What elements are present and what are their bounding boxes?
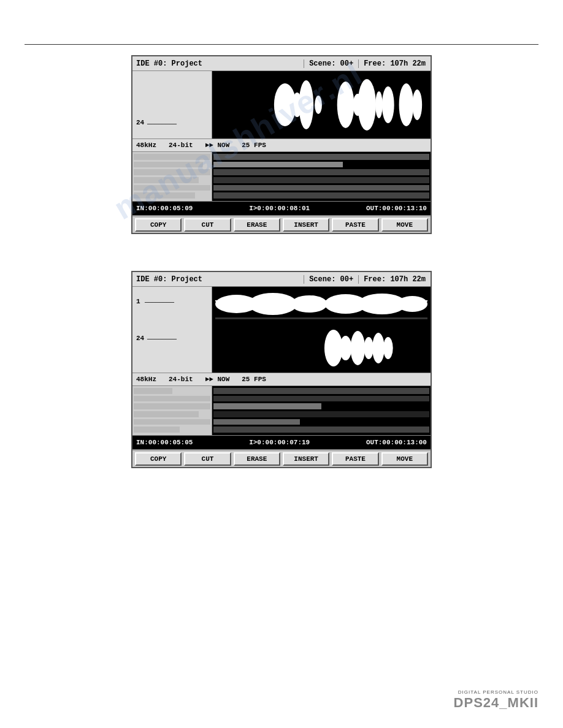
screen1-timecode-bar: IN:00:00:05:09 I>0:00:00:08:01 OUT:00:00… (132, 201, 431, 216)
track-strip (134, 154, 210, 160)
screen1-waveform-svg (212, 71, 431, 138)
screen2-copy-button[interactable]: COPY (135, 452, 182, 466)
screen1-status-bar: 48kHz 24-bit ►► NOW 25 FPS (132, 138, 431, 152)
screen1-timecode-in: IN:00:00:05:09 (136, 205, 193, 212)
svg-point-8 (375, 91, 383, 118)
svg-point-5 (337, 82, 354, 128)
svg-rect-20 (215, 317, 427, 319)
screen1-ide-label: IDE #0: Project (132, 59, 304, 68)
svg-point-4 (315, 96, 322, 114)
screen1-fps: 25 FPS (242, 142, 266, 149)
screen1-track-number: 24 (136, 119, 144, 126)
svg-point-24 (364, 337, 373, 359)
top-rule (25, 44, 538, 45)
track-strip (134, 177, 199, 183)
screen2-erase-button[interactable]: ERASE (234, 452, 280, 466)
track-strip-right (213, 162, 343, 168)
screen2-transport: ►► NOW (205, 376, 230, 383)
screen2-track-number-top: 1 (136, 298, 140, 305)
screen2-track-line-bottom: ———————— (147, 336, 177, 343)
svg-point-10 (399, 83, 414, 126)
screen1-scene-label: Scene: 00+ (304, 59, 359, 68)
track-strip (134, 411, 199, 417)
track-strip (134, 427, 180, 433)
svg-point-19 (397, 296, 427, 312)
track-strip-right (213, 185, 429, 191)
screen2-sample-rate: 48kHz (136, 376, 156, 383)
screen2-move-button[interactable]: MOVE (381, 452, 428, 466)
track-strip (134, 388, 172, 394)
screen2-button-bar: COPY CUT ERASE INSERT PASTE MOVE (132, 450, 431, 467)
screen1-track-list (132, 152, 431, 201)
screen2-track-list-left (132, 386, 212, 435)
screen1-sample-rate: 48kHz (136, 142, 156, 149)
screen1-track-labels: 24 ———————— (132, 71, 212, 138)
track-strip-right (213, 154, 429, 160)
screen2-scene-label: Scene: 00+ (304, 275, 359, 284)
screen1-timecode-now: I>0:00:00:08:01 (249, 205, 310, 212)
screen1-cut-button[interactable]: CUT (184, 218, 231, 232)
svg-point-25 (372, 333, 385, 363)
track-strip (134, 403, 210, 409)
screen1-transport: ►► NOW (205, 142, 230, 149)
track-strip (134, 396, 210, 402)
screen2-fps: 25 FPS (242, 376, 266, 383)
screen2-track-line-top: ———————— (145, 299, 174, 306)
screen2-status-bar: 48kHz 24-bit ►► NOW 25 FPS (132, 373, 431, 386)
track-strip-right (213, 396, 429, 402)
screen1-paste-button[interactable]: PASTE (332, 218, 378, 232)
brand-sub-label: DIGITAL PERSONAL STUDIO (454, 689, 538, 695)
screen2-cut-button[interactable]: CUT (184, 452, 231, 466)
track-strip (134, 169, 210, 175)
screen2-insert-button[interactable]: INSERT (283, 452, 329, 466)
track-strip-right (213, 427, 429, 433)
screen1: IDE #0: Project Scene: 00+ Free: 107h 22… (131, 55, 432, 234)
screen2-free-label: Free: 107h 22m (359, 275, 431, 284)
screen1-button-bar: COPY CUT ERASE INSERT PASTE MOVE (132, 216, 431, 233)
screen1-insert-button[interactable]: INSERT (283, 218, 329, 232)
screen1-track-line: ———————— (147, 121, 177, 127)
screen2-bit-depth: 24-bit (169, 376, 193, 383)
track-strip-right (213, 177, 429, 183)
svg-point-26 (383, 337, 393, 359)
screen1-timecode-out: OUT:00:00:13:10 (366, 205, 427, 212)
screen1-waveform-display (212, 71, 431, 138)
svg-point-9 (382, 86, 394, 123)
screen2-header: IDE #0: Project Scene: 00+ Free: 107h 22… (132, 272, 431, 287)
svg-point-7 (358, 79, 376, 131)
screen1-track-list-left (132, 152, 212, 201)
screen1-free-label: Free: 107h 22m (359, 59, 431, 68)
screen2-waveform-area: 1 ———————— 24 ———————— (132, 287, 431, 373)
screen1-copy-button[interactable]: COPY (135, 218, 182, 232)
track-strip-right (213, 388, 429, 394)
track-strip (134, 162, 203, 168)
svg-point-16 (291, 295, 327, 313)
track-strip-right (213, 419, 300, 425)
screen1-bit-depth: 24-bit (169, 142, 193, 149)
screen2-paste-button[interactable]: PASTE (332, 452, 378, 466)
screen2-track-number-bottom: 24 (136, 335, 144, 342)
track-strip-right (213, 169, 429, 175)
screen2-waveform-display (212, 287, 431, 373)
svg-point-23 (350, 331, 365, 365)
svg-point-15 (248, 293, 297, 315)
screen2-waveform-svg (212, 287, 431, 373)
svg-point-22 (340, 336, 352, 360)
screen2-timecode-out: OUT:00:00:13:00 (366, 439, 427, 446)
track-strip (134, 185, 210, 191)
screen1-waveform-area: 24 ———————— (132, 71, 431, 138)
svg-point-3 (299, 80, 313, 129)
screen1-erase-button[interactable]: ERASE (234, 218, 280, 232)
screen2-timecode-bar: IN:00:00:05:05 I>0:00:00:07:19 OUT:00:00… (132, 435, 431, 450)
track-strip-right (213, 403, 321, 409)
screen1-track-list-right (212, 152, 431, 201)
screen2-track-list-right (212, 386, 431, 435)
track-strip-right (213, 411, 429, 417)
track-strip-right (213, 192, 429, 199)
screen1-move-button[interactable]: MOVE (381, 218, 428, 232)
screen2-timecode-in: IN:00:00:05:05 (136, 439, 193, 446)
brand-main-label: DPS24_MKII (454, 695, 538, 711)
svg-point-11 (412, 89, 422, 120)
screen2-track-list (132, 386, 431, 435)
brand-logo: DIGITAL PERSONAL STUDIO DPS24_MKII (454, 689, 538, 711)
